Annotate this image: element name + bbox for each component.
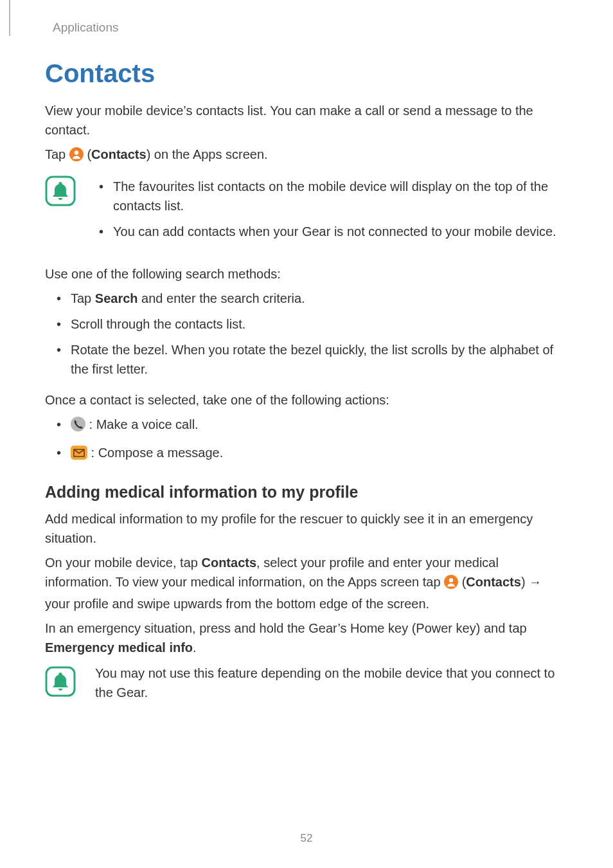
contacts-icon <box>444 575 458 594</box>
side-rule <box>9 0 10 36</box>
med-paragraph-1: Add medical information to my profile fo… <box>45 509 568 548</box>
med-paragraph-3: In an emergency situation, press and hol… <box>45 619 568 657</box>
text: ) <box>521 575 529 589</box>
actions-intro: Once a contact is selected, take one of … <box>45 390 568 410</box>
text: . <box>193 640 197 655</box>
text: Tap <box>71 291 95 305</box>
contacts-label: Contacts <box>91 147 147 161</box>
page-title: Contacts <box>45 59 568 88</box>
arrow-icon: → <box>529 575 542 589</box>
list-item: : Compose a message. <box>53 443 568 465</box>
intro-paragraph: View your mobile device’s contacts list.… <box>45 101 568 140</box>
envelope-icon <box>71 446 87 465</box>
actions-list: : Make a voice call. : Compose a message… <box>45 415 568 465</box>
svg-point-3 <box>71 417 85 431</box>
bell-note-icon <box>45 666 76 700</box>
text: On your mobile device, tap <box>45 556 201 570</box>
tap-instruction: Tap (Contacts) on the Apps screen. <box>45 145 568 167</box>
note-content: The favourites list contacts on the mobi… <box>95 173 568 253</box>
contacts-icon <box>69 147 84 167</box>
search-methods-intro: Use one of the following search methods: <box>45 264 568 284</box>
text: your profile and swipe upwards from the … <box>45 597 429 611</box>
note-block: You may not use this feature depending o… <box>45 664 568 707</box>
page-number: 52 <box>0 832 613 845</box>
list-item: Tap Search and enter the search criteria… <box>53 289 568 308</box>
emergency-label: Emergency medical info <box>45 640 193 655</box>
contacts-label: Contacts <box>201 556 256 570</box>
text: Tap <box>45 147 69 161</box>
search-methods-list: Tap Search and enter the search criteria… <box>45 289 568 379</box>
action-text: : Make a voice call. <box>85 417 199 431</box>
search-label: Search <box>95 291 138 305</box>
svg-point-1 <box>75 150 78 154</box>
note-block: The favourites list contacts on the mobi… <box>45 173 568 253</box>
section-header: Applications <box>53 21 568 35</box>
bell-note-icon <box>45 176 76 209</box>
text: ) on the Apps screen. <box>147 147 268 161</box>
page: Applications Contacts View your mobile d… <box>0 0 613 868</box>
text: In an emergency situation, press and hol… <box>45 621 527 635</box>
contacts-label: Contacts <box>466 575 521 589</box>
list-item: Scroll through the contacts list. <box>53 314 568 334</box>
svg-point-6 <box>449 578 453 582</box>
med-paragraph-2: On your mobile device, tap Contacts, sel… <box>45 553 568 613</box>
note-item: You can add contacts when your Gear is n… <box>95 222 568 241</box>
action-text: : Compose a message. <box>87 446 223 460</box>
note-item: The favourites list contacts on the mobi… <box>95 177 568 215</box>
note-text: You may not use this feature depending o… <box>95 664 568 702</box>
phone-icon <box>71 417 85 437</box>
list-item: Rotate the bezel. When you rotate the be… <box>53 340 568 379</box>
subheading: Adding medical information to my profile <box>45 483 568 502</box>
note-content: You may not use this feature depending o… <box>95 664 568 707</box>
list-item: : Make a voice call. <box>53 415 568 437</box>
text: and enter the search criteria. <box>138 291 305 305</box>
